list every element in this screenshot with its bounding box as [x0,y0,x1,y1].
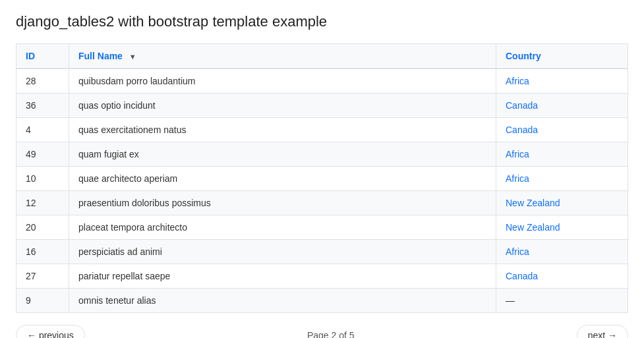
country-link[interactable]: Canada [506,100,538,111]
cell-country[interactable]: Canada [496,264,628,289]
cell-full-name: omnis tenetur alias [69,289,496,313]
cell-full-name: praesentium doloribus possimus [69,191,496,215]
cell-full-name: quas optio incidunt [69,94,496,118]
table-row: 49quam fugiat exAfrica [16,142,628,167]
cell-id: 12 [16,191,69,215]
table-row: 20placeat tempora architectoNew Zealand [16,215,628,240]
country-value: — [506,295,515,306]
prev-button[interactable]: ← previous [16,325,85,338]
cell-country[interactable]: New Zealand [496,215,628,240]
cell-full-name: pariatur repellat saepe [69,264,496,289]
cell-id: 20 [16,215,69,240]
pagination-info: Page 2 of 5 [307,330,355,338]
cell-id: 36 [16,94,69,118]
table-row: 28quibusdam porro laudantiumAfrica [16,69,628,94]
cell-country[interactable]: Africa [496,69,628,94]
pagination: ← previous Page 2 of 5 next → [16,325,628,338]
cell-country[interactable]: New Zealand [496,191,628,215]
cell-id: 49 [16,142,69,167]
cell-country[interactable]: Africa [496,142,628,167]
table-row: 27pariatur repellat saepeCanada [16,264,628,289]
cell-id: 10 [16,167,69,191]
country-link[interactable]: Africa [506,76,529,86]
next-button[interactable]: next → [577,325,628,338]
country-link[interactable]: Africa [506,149,529,159]
country-link[interactable]: Africa [506,173,529,184]
table-row: 4quas exercitationem natusCanada [16,118,628,142]
cell-full-name: perspiciatis ad animi [69,240,496,264]
country-link[interactable]: Canada [506,271,538,281]
table-row: 12praesentium doloribus possimusNew Zeal… [16,191,628,215]
table-header-row: ID Full Name ▼ Country [16,44,628,69]
cell-full-name: quae architecto aperiam [69,167,496,191]
country-link[interactable]: Africa [506,246,529,257]
country-link[interactable]: Canada [506,125,538,135]
page-title: django_tables2 with bootstrap template e… [16,13,628,30]
column-header-id: ID [16,44,69,69]
country-link[interactable]: New Zealand [506,222,560,233]
cell-country: — [496,289,628,313]
cell-full-name: quas exercitationem natus [69,118,496,142]
cell-country[interactable]: Africa [496,240,628,264]
cell-id: 27 [16,264,69,289]
cell-full-name: quibusdam porro laudantium [69,69,496,94]
table-row: 16perspiciatis ad animiAfrica [16,240,628,264]
column-header-full-name[interactable]: Full Name ▼ [69,44,496,69]
cell-country[interactable]: Canada [496,94,628,118]
sort-icon: ▼ [129,53,136,61]
column-header-country: Country [496,44,628,69]
cell-id: 28 [16,69,69,94]
data-table: ID Full Name ▼ Country 28quibusdam porro… [16,43,628,313]
table-row: 10quae architecto aperiamAfrica [16,167,628,191]
table-row: 36quas optio inciduntCanada [16,94,628,118]
cell-country[interactable]: Canada [496,118,628,142]
table-row: 9omnis tenetur alias— [16,289,628,313]
cell-id: 16 [16,240,69,264]
cell-full-name: placeat tempora architecto [69,215,496,240]
cell-full-name: quam fugiat ex [69,142,496,167]
country-link[interactable]: New Zealand [506,198,560,208]
cell-id: 9 [16,289,69,313]
cell-country[interactable]: Africa [496,167,628,191]
cell-id: 4 [16,118,69,142]
